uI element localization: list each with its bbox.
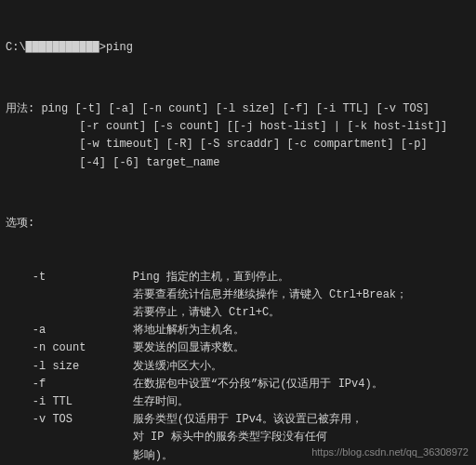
prompt-command: ping <box>106 41 133 54</box>
option-row: -i TTL 生存时间。 <box>6 393 470 411</box>
option-row: -f 在数据包中设置“不分段”标记(仅适用于 IPv4)。 <box>6 376 470 393</box>
option-row: -t Ping 指定的主机，直到停止。 <box>6 269 470 286</box>
watermark-text: https://blog.csdn.net/qq_36308972 <box>311 445 469 461</box>
prompt-path: C:\███████████> <box>6 41 106 54</box>
option-desc-cont: 若要停止，请键入 Ctrl+C。 <box>6 304 470 322</box>
options-header: 选项: <box>6 215 470 232</box>
option-row: -n count 要发送的回显请求数。 <box>6 339 470 357</box>
options-list: -t Ping 指定的主机，直到停止。 若要查看统计信息并继续操作，请键入 Ct… <box>6 269 470 465</box>
terminal-output: C:\███████████>ping 用法: ping [-t] [-a] [… <box>0 0 476 465</box>
usage-block: 用法: ping [-t] [-a] [-n count] [-l size] … <box>6 100 470 172</box>
prompt-line[interactable]: C:\███████████>ping <box>6 39 470 57</box>
option-row: -l size 发送缓冲区大小。 <box>6 358 470 376</box>
option-row: -a 将地址解析为主机名。 <box>6 322 470 339</box>
option-desc-cont: 若要查看统计信息并继续操作，请键入 Ctrl+Break； <box>6 286 470 304</box>
option-row: -v TOS 服务类型(仅适用于 IPv4。该设置已被弃用， <box>6 411 470 429</box>
